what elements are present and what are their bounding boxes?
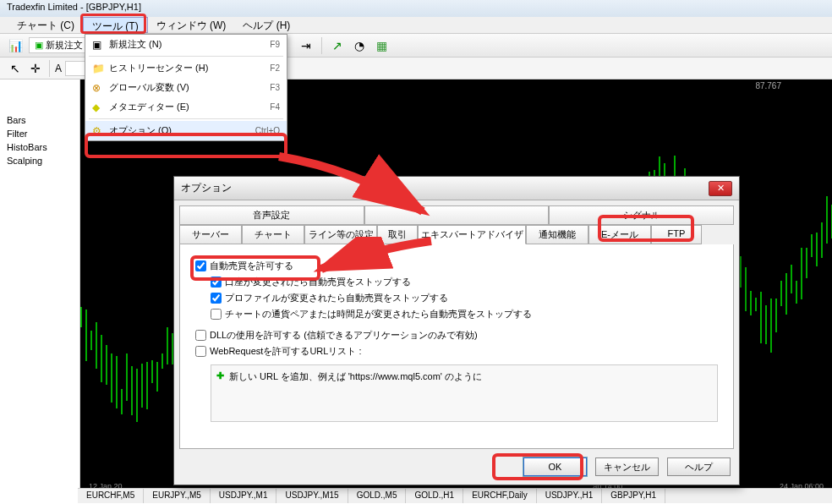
sidebar: Bars Filter HistoBars Scalping — [0, 79, 80, 494]
menu-chart[interactable]: チャート (C) — [8, 17, 83, 33]
help-button[interactable]: ヘルプ — [667, 457, 731, 476]
indicator-icon[interactable]: ↗ — [329, 37, 346, 54]
status-tab[interactable]: GOLD.,H1 — [406, 489, 463, 503]
options-dialog: オプション✕ 音声設定 シグナル サーバー チャート ライン等の設定 取引 エキ… — [173, 176, 740, 485]
plus-icon[interactable]: ✚ — [216, 370, 224, 381]
tab-email[interactable]: E-メール — [588, 225, 651, 244]
chk-stop-profile[interactable] — [211, 293, 222, 304]
tab-chart[interactable]: チャート — [242, 225, 304, 244]
tab-ftp[interactable]: FTP — [651, 225, 702, 244]
period-icon[interactable]: ◔ — [351, 37, 368, 54]
chk-stop-account[interactable] — [211, 277, 222, 288]
tab-panel: 自動売買を許可する 口座が変更されたら自動売買をストップする プロファイルが変更… — [179, 244, 734, 449]
tab-trade[interactable]: 取引 — [377, 225, 418, 244]
status-tabs: EURCHF,M5 EURJPY.,M5 USDJPY.,M1 USDJPY.,… — [78, 488, 832, 503]
rate-label: 87.767 — [755, 81, 781, 90]
close-icon[interactable]: ✕ — [709, 181, 732, 196]
chk-web[interactable] — [195, 346, 206, 357]
status-tab[interactable]: GOLD.,M5 — [348, 489, 407, 503]
cancel-button[interactable]: キャンセル — [595, 457, 659, 476]
chart-icon[interactable]: 📊 — [7, 37, 24, 54]
sidebar-item[interactable]: Scalping — [3, 154, 76, 167]
url-list[interactable]: ✚新しい URL を追加、例えば 'https://www.mql5.com' … — [211, 364, 718, 422]
status-tab[interactable]: GBPJPY,H1 — [602, 489, 665, 503]
sidebar-item[interactable]: HistoBars — [3, 140, 76, 154]
menu-tools[interactable]: ツール (T) — [83, 17, 148, 33]
shift-icon[interactable]: ⇥ — [298, 37, 315, 54]
chk-allow[interactable] — [195, 260, 206, 271]
menu-meta[interactable]: ◆メタエディター (E)F4 — [85, 97, 287, 117]
tab-line[interactable]: ライン等の設定 — [304, 225, 377, 244]
status-tab[interactable]: EURCHF,Daily — [463, 489, 537, 503]
sidebar-item[interactable]: Filter — [3, 127, 76, 140]
status-tab[interactable]: USDJPY.,M15 — [276, 489, 348, 503]
status-tab[interactable]: EURCHF,M5 — [78, 489, 144, 503]
status-tab[interactable]: USDJPY.,M1 — [211, 489, 277, 503]
menu-new-order[interactable]: ▣新規注文 (N)F9 — [85, 35, 287, 54]
tab-sound[interactable]: 音声設定 — [179, 205, 364, 225]
sidebar-item[interactable]: Bars — [3, 113, 76, 127]
tab-signal[interactable]: シグナル — [549, 205, 734, 225]
tab-ea[interactable]: エキスパートアドバイザ — [418, 225, 526, 244]
menu-history[interactable]: 📁ヒストリーセンター (H)F2 — [85, 58, 287, 78]
menu-help[interactable]: ヘルプ (H) — [234, 17, 298, 33]
dialog-titlebar[interactable]: オプション✕ — [174, 177, 739, 200]
tab-server[interactable]: サーバー — [179, 225, 242, 244]
t2-label: A — [55, 63, 62, 74]
chk-stop-chart[interactable] — [211, 309, 222, 320]
menu-options[interactable]: ⚙オプション (O)Ctrl+O — [85, 121, 287, 140]
cursor-icon[interactable]: ↖ — [7, 60, 24, 77]
chk-dll[interactable] — [195, 330, 206, 341]
status-tab[interactable]: USDJPY.,H1 — [537, 489, 603, 503]
ok-button[interactable]: OK — [523, 457, 587, 476]
menu-bar: チャート (C) ツール (T) ウィンドウ (W) ヘルプ (H) — [0, 17, 832, 34]
title-bar: Tradexfin Limited - [GBPJPY,H1] — [0, 0, 832, 17]
tab-notify[interactable]: 通知機能 — [526, 225, 588, 244]
cross-icon[interactable]: ✛ — [27, 60, 44, 77]
menu-global[interactable]: ⊗グローバル変数 (V)F3 — [85, 78, 287, 97]
menu-window[interactable]: ウィンドウ (W) — [148, 17, 235, 33]
tab-community[interactable] — [364, 205, 550, 225]
template-icon[interactable]: ▦ — [373, 37, 390, 54]
status-tab[interactable]: EURJPY.,M5 — [144, 489, 211, 503]
new-order-button[interactable]: ▣新規注文 — [29, 37, 89, 53]
tools-dropdown: ▣新規注文 (N)F9 📁ヒストリーセンター (H)F2 ⊗グローバル変数 (V… — [85, 34, 287, 141]
